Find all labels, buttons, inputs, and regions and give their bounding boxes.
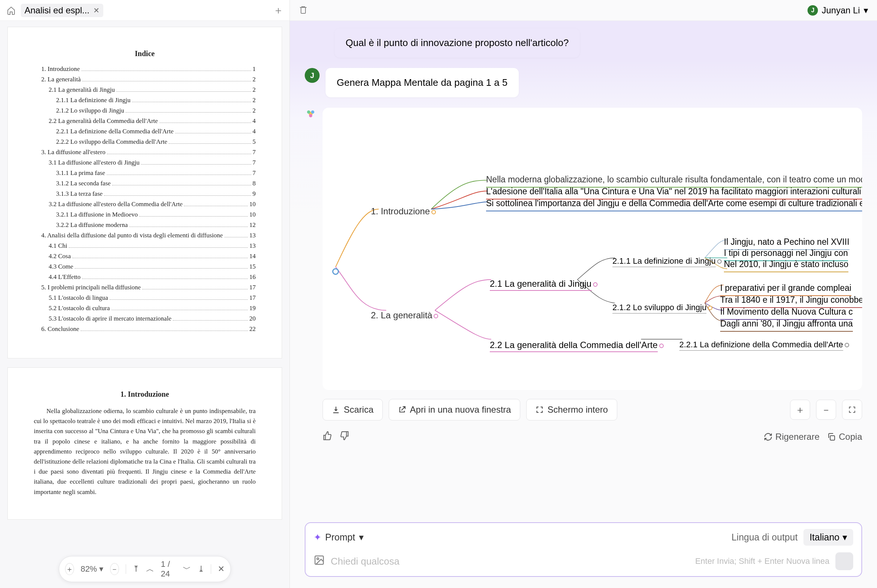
toc-row[interactable]: 3.2.2 La diffusione moderna12 (34, 221, 256, 229)
chevron-down-icon: ▾ (99, 564, 103, 574)
mindmap-node[interactable]: 2.2 La generalità della Commedia dell'Ar… (490, 340, 664, 350)
toc-row[interactable]: 4. Analisi della diffusione dal punto di… (34, 232, 256, 239)
open-new-window-button[interactable]: Apri in una nuova finestra (389, 399, 520, 420)
document-scroll[interactable]: Indice 1. Introduzione12. La generalità2… (0, 21, 290, 588)
image-icon[interactable] (314, 555, 325, 568)
chevron-down-icon: ▾ (842, 532, 847, 543)
close-toolbar-button[interactable]: ✕ (218, 564, 224, 574)
zoom-level[interactable]: 82% ▾ (81, 564, 103, 574)
toc-row[interactable]: 4.3 Come15 (34, 263, 256, 270)
chevron-down-icon: ▾ (359, 532, 364, 543)
mindmap-node[interactable]: 2.1 La generalità di Jingju (490, 279, 598, 289)
toc-row[interactable]: 2.1.1 La definizione di Jingju2 (34, 97, 256, 104)
toc-row[interactable]: 1. Introduzione1 (34, 65, 256, 73)
first-page-button[interactable]: ⤒ (133, 564, 140, 574)
toc-title: Indice (34, 50, 256, 58)
message-row: J Genera Mappa Mentale da pagina 1 a 5 (305, 68, 862, 98)
mindmap-node[interactable]: 2.1.1 La definizione di Jingju (613, 256, 722, 266)
ai-avatar-icon (305, 108, 317, 120)
svg-rect-4 (830, 436, 835, 440)
home-icon[interactable] (6, 5, 17, 16)
toc-row[interactable]: 5. I problemi principali nella diffusion… (34, 284, 256, 291)
toc-row[interactable]: 3. La diffusione all'estero7 (34, 148, 256, 156)
download-button[interactable]: Scarica (323, 399, 383, 420)
fullscreen-button[interactable]: Schermo intero (526, 399, 617, 420)
mindmap-node[interactable]: 2.1.2 Lo sviluppo di Jingju (613, 303, 712, 312)
chat-input-card: ✦ Prompt ▾ Lingua di output Italiano ▾ E… (305, 522, 862, 577)
toc-row[interactable]: 3.1.3 La terza fase9 (34, 190, 256, 198)
sparkle-icon: ✦ (314, 532, 321, 543)
chevron-down-icon: ▾ (863, 5, 868, 16)
mindmap-node[interactable]: 1. Introduzione (371, 206, 436, 216)
toc-row[interactable]: 5.1 L'ostacolo di lingua17 (34, 294, 256, 302)
svg-point-6 (317, 558, 319, 560)
chat-input-area: ✦ Prompt ▾ Lingua di output Italiano ▾ E… (290, 515, 877, 588)
toc-row[interactable]: 2.1 La generalità di Jingju2 (34, 86, 256, 94)
mindmap-root[interactable] (332, 268, 339, 275)
tab-document[interactable]: Analisi ed espl... ✕ (21, 4, 103, 17)
chat-input[interactable] (331, 556, 689, 567)
mindmap-card[interactable]: 1. Introduzione 2. La generalità 2.1 La … (323, 108, 862, 390)
toc-row[interactable]: 3.2 La diffusione all'estero della Comme… (34, 201, 256, 208)
next-page-button[interactable]: ﹀ (183, 564, 191, 574)
toc-row[interactable]: 5.3 L'ostacolo di aprire il mercato inte… (34, 315, 256, 322)
mindmap-node[interactable]: 2. La generalità (371, 310, 438, 321)
copy-button[interactable]: Copia (827, 432, 862, 442)
thumbs-up-icon[interactable] (323, 431, 332, 443)
send-button[interactable] (835, 552, 853, 570)
tab-bar: Analisi ed espl... ✕ ＋ (0, 0, 290, 21)
mindmap-leaf[interactable]: L'adesione dell'Italia alla "Una Cintura… (486, 186, 862, 200)
mindmap-leaf[interactable]: Dagli anni '80, il Jingju affronta una (720, 319, 853, 332)
prompt-dropdown[interactable]: ✦ Prompt ▾ (314, 532, 364, 543)
toc-row[interactable]: 3.2.1 La diffusione in Medioevo10 (34, 211, 256, 218)
toc-row[interactable]: 3.1 La diffusione all'estero di Jingju7 (34, 159, 256, 166)
trash-icon[interactable] (299, 5, 308, 16)
zoom-value: 82% (81, 564, 97, 574)
toc-row[interactable]: 4.2 Cosa14 (34, 253, 256, 260)
input-hint: Enter Invia; Shift + Enter Nuova linea (695, 556, 829, 566)
chat-scroll[interactable]: Qual è il punto di innovazione proposto … (290, 21, 877, 515)
zoom-out-icon[interactable]: － (816, 400, 836, 420)
output-lang-select[interactable]: Italiano ▾ (803, 529, 853, 546)
toc-row[interactable]: 2.1.2 Lo sviluppo di Jingju2 (34, 107, 256, 114)
toc-row[interactable]: 5.2 L'ostacolo di cultura19 (34, 304, 256, 312)
toc-row[interactable]: 2.2.2 Lo sviluppo della Commedia dell'Ar… (34, 138, 256, 146)
mindmap-leaf[interactable]: I preparativi per il grande compleai (720, 283, 851, 296)
avatar: J (808, 5, 818, 16)
add-tab-button[interactable]: ＋ (273, 3, 284, 18)
toc-row[interactable]: 3.1.1 La prima fase7 (34, 170, 256, 177)
close-icon[interactable]: ✕ (93, 6, 100, 15)
svg-point-1 (307, 110, 310, 114)
thumbs-down-icon[interactable] (339, 431, 349, 443)
feedback-row: Rigenerare Copia (323, 431, 862, 443)
zoom-out-button[interactable]: － (110, 563, 119, 575)
user-menu[interactable]: J Junyan Li ▾ (808, 5, 868, 16)
toc-row[interactable]: 4.1 Chi13 (34, 242, 256, 250)
prev-page-button[interactable]: ︿ (146, 564, 154, 574)
mindmap-leaf[interactable]: Nella moderna globalizzazione, lo scambi… (486, 175, 862, 188)
svg-point-2 (311, 110, 314, 114)
toc-row[interactable]: 2. La generalità2 (34, 76, 256, 83)
mindmap-canvas[interactable]: 1. Introduzione 2. La generalità 2.1 La … (330, 115, 855, 382)
chat-panel: J Junyan Li ▾ Qual è il punto di innovaz… (290, 0, 877, 588)
message-text: Genera Mappa Mentale da pagina 1 a 5 (337, 77, 508, 88)
toc-row[interactable]: 3.1.2 La seconda fase8 (34, 180, 256, 187)
toc-row[interactable]: 2.2.1 La definizione della Commedia dell… (34, 128, 256, 135)
toc-row[interactable]: 4.4 L'Effetto16 (34, 273, 256, 281)
page-toolbar: ＋ 82% ▾ － ⤒ ︿ 1 / 24 ﹀ ⤓ ✕ (59, 556, 231, 582)
mindmap-leaf[interactable]: Nel 2010, il Jingju è stato incluso (724, 259, 848, 272)
mindmap-leaf[interactable]: Tra il 1840 e il 1917, il Jingju conobbe (720, 295, 862, 308)
toc-row[interactable]: 2.2 La generalità della Commedia dell'Ar… (34, 117, 256, 125)
zoom-in-button[interactable]: ＋ (65, 563, 74, 575)
mindmap-leaf[interactable]: Il Movimento della Nuova Cultura c (720, 307, 853, 320)
mindmap-node[interactable]: 2.2.1 La definizione della Commedia dell… (679, 340, 849, 350)
user-name: Junyan Li (821, 5, 860, 16)
regenerate-button[interactable]: Rigenerare (764, 432, 820, 442)
toc-row[interactable]: 6. Conclusione22 (34, 326, 256, 333)
zoom-in-icon[interactable]: ＋ (790, 400, 810, 420)
tab-title: Analisi ed espl... (24, 5, 90, 16)
last-page-button[interactable]: ⤓ (198, 564, 204, 574)
fit-icon[interactable] (842, 400, 862, 420)
mindmap-leaf[interactable]: Si sottolinea l'importanza del Jingju e … (486, 198, 862, 212)
doc-page-intro: 1. Introduzione Nella globalizzazione od… (8, 368, 282, 520)
